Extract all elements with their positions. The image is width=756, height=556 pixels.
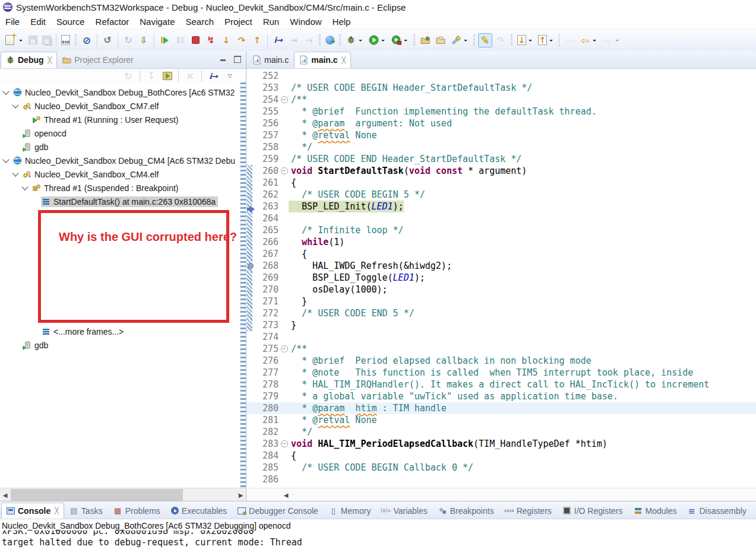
code-editor[interactable]: 252253/* USER CODE BEGIN Header_StartDef… xyxy=(246,69,756,488)
code-line-267[interactable]: 267 { xyxy=(246,248,756,260)
tree-expander-icon[interactable] xyxy=(12,101,18,108)
line-number[interactable]: 282 xyxy=(256,426,280,438)
code-text[interactable]: */ xyxy=(289,426,312,438)
code-text[interactable]: BSP_LED_Toggle(LED1); xyxy=(289,272,425,284)
code-text[interactable]: /* USER CODE BEGIN Header_StartDefaultTa… xyxy=(289,82,532,94)
tree-item[interactable]: Thread #1 (Suspended : Breakpoint) xyxy=(31,183,181,193)
previous-annotation-dropdown-icon[interactable] xyxy=(549,40,553,43)
code-line-286[interactable]: 286 xyxy=(246,474,756,485)
code-line-257[interactable]: 257 * @retval None xyxy=(246,129,756,141)
tree-expander-icon[interactable] xyxy=(2,156,9,163)
annotation-ruler[interactable] xyxy=(246,212,256,224)
annotation-ruler[interactable] xyxy=(246,343,256,355)
debug-tree-row[interactable]: Nucleo_Devkit_Sandbox_CM4.elf xyxy=(0,167,246,181)
tree-expander-icon[interactable] xyxy=(2,88,9,94)
code-line-268[interactable]: 268 HAL_IWDG_Refresh(&hiwdg2); xyxy=(246,260,756,272)
code-text[interactable]: /* USER CODE BEGIN Callback 0 */ xyxy=(289,462,473,474)
step-over-button[interactable] xyxy=(235,33,249,47)
tree-item[interactable]: gdb xyxy=(22,340,50,351)
code-line-252[interactable]: 252 xyxy=(246,70,756,82)
code-text[interactable]: HAL_IWDG_Refresh(&hiwdg2); xyxy=(289,260,452,272)
resume-button[interactable] xyxy=(157,33,172,47)
annotation-ruler[interactable] xyxy=(246,272,256,284)
line-number[interactable]: 266 xyxy=(256,236,280,248)
step-return-button[interactable] xyxy=(250,33,264,47)
code-line-272[interactable]: 272 /* USER CODE END 5 */ xyxy=(246,307,756,319)
tree-item[interactable]: Nucleo_Devkit_Sandbox Debug_BothCores [A… xyxy=(12,87,237,98)
external-tools-dropdown-icon[interactable] xyxy=(404,40,407,43)
annotation-ruler[interactable] xyxy=(246,307,256,319)
code-line-273[interactable]: 273} xyxy=(246,319,756,331)
annotation-ruler[interactable] xyxy=(246,201,256,212)
code-text[interactable]: * @brief Function implementing the defau… xyxy=(289,106,597,117)
debug-tree-row[interactable]: Thread #1 (Running : User Request) xyxy=(0,113,246,126)
scroll-right-icon[interactable]: ▶ xyxy=(236,488,246,501)
annotation-ruler[interactable] xyxy=(246,426,256,438)
line-number[interactable]: 267 xyxy=(256,248,280,260)
code-text[interactable]: */ xyxy=(289,141,312,153)
run-launch-dropdown-icon[interactable] xyxy=(381,40,385,43)
menu-run[interactable]: Run xyxy=(258,15,285,28)
skip-all-breakpoints-button[interactable] xyxy=(80,33,94,47)
annotation-ruler[interactable] xyxy=(246,296,256,307)
tree-item[interactable]: Nucleo_Devkit_Sandbox Debug_CM4 [Ac6 STM… xyxy=(12,155,238,166)
tree-item[interactable]: Nucleo_Devkit_Sandbox_CM4.elf xyxy=(22,169,161,180)
annotation-ruler[interactable] xyxy=(246,248,256,260)
debug-tree-hscrollbar[interactable]: ◀ ▶ xyxy=(0,488,246,501)
code-text[interactable]: * @retval None xyxy=(289,414,377,426)
console-tab-breakpoints[interactable]: Breakpoints xyxy=(433,503,499,519)
debug-tree-row[interactable]: <...more frames...> xyxy=(0,325,246,338)
annotation-ruler[interactable] xyxy=(246,224,256,236)
tab-project-explorer[interactable]: Project Explorer xyxy=(57,52,139,68)
debug-tree-row[interactable]: gdb xyxy=(0,338,246,352)
line-number[interactable]: 269 xyxy=(256,272,280,284)
code-text[interactable]: /** xyxy=(289,343,307,355)
line-number[interactable]: 253 xyxy=(256,82,280,94)
debug-launch-button[interactable] xyxy=(344,33,365,47)
scroll-left-icon[interactable]: ◀ xyxy=(0,488,10,501)
overview-ruler[interactable] xyxy=(240,82,246,488)
minimize-icon[interactable] xyxy=(220,59,226,61)
debug-tree-row[interactable]: Thread #1 (Suspended : Breakpoint) xyxy=(0,181,246,195)
annotation-ruler[interactable] xyxy=(246,94,256,106)
annotation-ruler[interactable] xyxy=(246,189,256,201)
code-text[interactable]: * a global variable "uwTick" used as app… xyxy=(289,390,618,402)
menu-navigate[interactable]: Navigate xyxy=(134,15,180,28)
maximize-icon[interactable] xyxy=(234,56,241,63)
console-tab-executables[interactable]: Executables xyxy=(166,503,232,519)
line-number[interactable]: 277 xyxy=(256,367,280,379)
annotation-ruler[interactable] xyxy=(246,462,256,474)
relaunch-config-button[interactable] xyxy=(161,70,174,82)
code-line-261[interactable]: 261{ xyxy=(246,177,756,189)
code-text[interactable]: /* USER CODE BEGIN 5 */ xyxy=(289,189,425,201)
line-number[interactable]: 285 xyxy=(256,462,280,474)
annotation-ruler[interactable] xyxy=(246,141,256,153)
line-number[interactable]: 260 xyxy=(256,165,280,177)
line-number[interactable]: 268 xyxy=(256,260,280,272)
annotation-ruler[interactable] xyxy=(246,450,256,462)
program-flash-button[interactable] xyxy=(137,33,151,47)
line-number[interactable]: 252 xyxy=(256,70,280,82)
fold-ruler[interactable]: − xyxy=(280,167,289,174)
console-tab-i-o-registers[interactable]: I/O Registers xyxy=(557,503,628,519)
line-number[interactable]: 281 xyxy=(256,414,280,426)
code-line-263[interactable]: 263 BSP_LED_Init(LED1); xyxy=(246,201,756,212)
line-number[interactable]: 255 xyxy=(256,106,280,117)
annotation-ruler[interactable] xyxy=(246,331,256,343)
line-number[interactable]: 273 xyxy=(256,319,280,331)
debug-tree-row[interactable]: StartDefaultTask() at main.c:263 0x81006… xyxy=(0,195,246,208)
line-number[interactable]: 278 xyxy=(256,379,280,390)
annotation-ruler[interactable] xyxy=(246,177,256,189)
line-number[interactable]: 257 xyxy=(256,129,280,141)
console-tab-variables[interactable]: Variables xyxy=(376,503,432,519)
code-text[interactable]: * @retval None xyxy=(289,129,377,141)
code-line-270[interactable]: 270 osDelay(1000); xyxy=(246,284,756,296)
debug-tree-row[interactable]: openocd xyxy=(0,126,246,140)
menu-help[interactable]: Help xyxy=(327,15,356,28)
code-text[interactable]: } xyxy=(289,319,296,331)
external-tools-button[interactable] xyxy=(389,33,410,47)
menu-project[interactable]: Project xyxy=(219,15,258,28)
code-line-266[interactable]: 266 while(1) xyxy=(246,236,756,248)
code-text[interactable]: void StartDefaultTask(void const * argum… xyxy=(289,165,527,177)
line-number[interactable]: 263 xyxy=(256,201,280,212)
